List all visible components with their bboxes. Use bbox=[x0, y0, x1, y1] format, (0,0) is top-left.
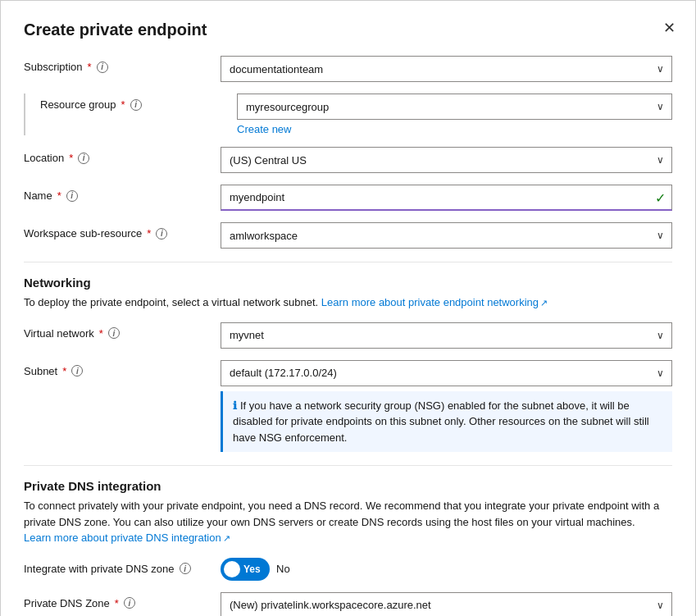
name-row: Name* i ✓ bbox=[24, 185, 672, 211]
private-dns-zone-control: (New) privatelink.workspacecore.azure.ne… bbox=[221, 592, 672, 617]
location-select[interactable]: (US) Central US bbox=[221, 147, 672, 173]
indent-bar bbox=[24, 94, 25, 135]
networking-learn-more-link[interactable]: Learn more about private endpoint networ… bbox=[321, 296, 548, 308]
name-info-icon[interactable]: i bbox=[66, 190, 78, 202]
subscription-label: Subscription* i bbox=[24, 56, 221, 73]
subscription-select-wrapper: documentationteam bbox=[221, 56, 672, 82]
resource-group-label: Resource group* i bbox=[40, 94, 237, 111]
private-dns-zone-info-icon[interactable]: i bbox=[124, 597, 135, 609]
virtual-network-row: Virtual network* i myvnet bbox=[24, 322, 672, 349]
integrate-dns-control: Yes No bbox=[221, 558, 672, 581]
name-label: Name* i bbox=[24, 185, 221, 202]
virtual-network-info-icon[interactable]: i bbox=[108, 327, 120, 339]
subnet-row: Subnet* i default (172.17.0.0/24) ℹIf yo… bbox=[24, 360, 672, 453]
subscription-select[interactable]: documentationteam bbox=[221, 56, 672, 82]
resource-group-control: myresourcegroup Create new bbox=[237, 94, 672, 135]
integrate-dns-row: Integrate with private DNS zone i Yes No bbox=[24, 558, 672, 581]
subnet-select-wrapper: default (172.17.0.0/24) bbox=[221, 360, 672, 386]
dialog-title: Create private endpoint bbox=[24, 21, 672, 39]
name-check-icon: ✓ bbox=[655, 190, 666, 206]
virtual-network-label: Virtual network* i bbox=[24, 322, 221, 340]
private-dns-learn-more-link[interactable]: Learn more about private DNS integration… bbox=[24, 532, 230, 544]
subnet-info-icon[interactable]: i bbox=[71, 365, 83, 376]
location-info-icon[interactable]: i bbox=[78, 153, 89, 164]
subnet-control: default (172.17.0.0/24) ℹIf you have a n… bbox=[221, 360, 672, 453]
resource-group-select[interactable]: myresourcegroup bbox=[237, 94, 672, 120]
resource-group-indented-row: Resource group* i myresourcegroup Create… bbox=[24, 94, 672, 135]
subscription-info-icon[interactable]: i bbox=[97, 62, 108, 73]
virtual-network-control: myvnet bbox=[221, 322, 672, 349]
location-control: (US) Central US bbox=[221, 147, 672, 173]
private-dns-external-icon: ↗ bbox=[223, 532, 230, 545]
subnet-select[interactable]: default (172.17.0.0/24) bbox=[221, 360, 672, 386]
close-button[interactable]: ✕ bbox=[660, 17, 679, 39]
private-dns-zone-select[interactable]: (New) privatelink.workspacecore.azure.ne… bbox=[221, 592, 672, 617]
private-dns-zone-select-wrapper: (New) privatelink.workspacecore.azure.ne… bbox=[221, 592, 672, 617]
private-dns-zone-label: Private DNS Zone* i bbox=[24, 592, 221, 609]
name-input-wrapper: ✓ bbox=[221, 185, 672, 211]
create-private-endpoint-dialog: Create private endpoint ✕ Subscription* … bbox=[0, 0, 696, 616]
nsg-info-box: ℹIf you have a network security group (N… bbox=[221, 391, 672, 453]
workspace-sub-resource-label: Workspace sub-resource* i bbox=[24, 222, 221, 240]
location-row: Location* i (US) Central US bbox=[24, 147, 672, 173]
location-select-wrapper: (US) Central US bbox=[221, 147, 672, 173]
private-dns-zone-row: Private DNS Zone* i (New) privatelink.wo… bbox=[24, 592, 672, 617]
integrate-dns-label: Integrate with private DNS zone i bbox=[24, 558, 221, 575]
resource-group-select-wrapper: myresourcegroup bbox=[237, 94, 672, 120]
workspace-sub-resource-control: amlworkspace bbox=[221, 222, 672, 249]
integrate-dns-info-icon[interactable]: i bbox=[180, 563, 191, 574]
name-input[interactable] bbox=[221, 185, 672, 211]
toggle-no-label[interactable]: No bbox=[276, 563, 290, 575]
toggle-yes-label: Yes bbox=[243, 564, 261, 575]
subscription-row: Subscription* i documentationteam bbox=[24, 56, 672, 82]
subscription-control: documentationteam bbox=[221, 56, 672, 82]
workspace-sub-resource-info-icon[interactable]: i bbox=[156, 228, 167, 240]
private-dns-description: To connect privately with your private e… bbox=[24, 498, 672, 546]
networking-description: To deploy the private endpoint, select a… bbox=[24, 294, 672, 311]
workspace-sub-resource-select-wrapper: amlworkspace bbox=[221, 222, 672, 249]
nsg-info-icon: ℹ bbox=[233, 399, 237, 412]
section-divider-1 bbox=[24, 262, 672, 262]
toggle-container: Yes No bbox=[221, 558, 672, 581]
location-label: Location* i bbox=[24, 147, 221, 164]
dns-toggle[interactable]: Yes bbox=[221, 558, 270, 581]
virtual-network-select[interactable]: myvnet bbox=[221, 322, 672, 349]
virtual-network-select-wrapper: myvnet bbox=[221, 322, 672, 349]
external-link-icon: ↗ bbox=[540, 296, 548, 310]
toggle-knob bbox=[224, 561, 240, 577]
workspace-sub-resource-select[interactable]: amlworkspace bbox=[221, 222, 672, 249]
subnet-label: Subnet* i bbox=[24, 360, 221, 377]
networking-section-title: Networking bbox=[24, 276, 672, 290]
resource-group-info-icon[interactable]: i bbox=[130, 99, 142, 111]
resource-group-content: Resource group* i myresourcegroup Create… bbox=[40, 94, 672, 135]
section-divider-2 bbox=[24, 465, 672, 466]
private-dns-section-title: Private DNS integration bbox=[24, 479, 672, 493]
name-control: ✓ bbox=[221, 185, 672, 211]
create-new-link[interactable]: Create new bbox=[237, 123, 672, 135]
workspace-sub-resource-row: Workspace sub-resource* i amlworkspace bbox=[24, 222, 672, 249]
